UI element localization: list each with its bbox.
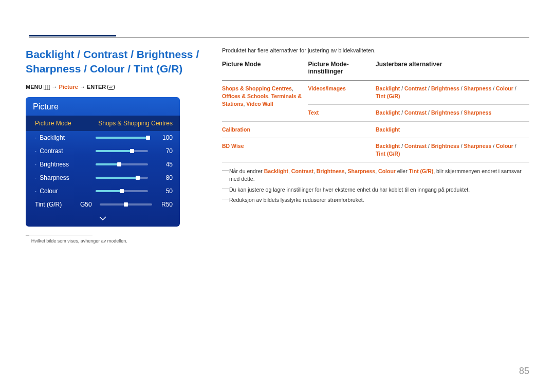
osd-row-colour[interactable]: Colour50: [26, 184, 180, 198]
cell-setting: Text: [308, 105, 376, 121]
slider-knob[interactable]: [120, 189, 124, 193]
cell-setting: Videos/Images: [308, 81, 376, 105]
options-table: Picture Mode Picture Mode-innstillinger …: [222, 61, 529, 162]
osd-panel: Picture Picture Mode Shops & Shopping Ce…: [26, 97, 180, 227]
note-item: Reduksjon av bildets lysstyrke reduserer…: [222, 196, 529, 204]
cell-adjustable: Backlight / Contrast / Brightness / Shar…: [376, 138, 529, 162]
breadcrumb-arrow-1: →: [52, 84, 58, 90]
osd-row-label: Contrast: [35, 147, 91, 155]
footnote-divider: [26, 235, 92, 235]
cell-adjustable: Backlight / Contrast / Brightness / Shar…: [376, 105, 529, 121]
slider[interactable]: [96, 150, 148, 153]
slider-fill: [96, 163, 119, 165]
cell-picture-mode: Shops & Shopping Centres, Offices & Scho…: [222, 81, 308, 122]
osd-row-value: 80: [152, 174, 173, 181]
slider-knob[interactable]: [136, 176, 140, 180]
page-title: Backlight / Contrast / Brightness / Shar…: [26, 47, 203, 77]
intro-text: Produktet har flere alternativer for jus…: [222, 47, 529, 53]
left-footnote: Hvilket bilde som vises, avhenger av mod…: [26, 238, 203, 244]
breadcrumb-arrow-2: →: [80, 84, 85, 90]
slider-fill: [96, 177, 138, 179]
th-settings: Picture Mode-innstillinger: [308, 61, 376, 81]
tint-r-value: R50: [156, 201, 173, 208]
table-row: Shops & Shopping Centres, Offices & Scho…: [222, 81, 529, 105]
osd-row-label: Picture Mode: [35, 120, 91, 127]
cell-adjustable: Backlight: [376, 121, 529, 138]
osd-row-sharpness[interactable]: Sharpness80: [26, 171, 180, 184]
osd-title: Picture: [26, 97, 180, 116]
section-divider: [29, 37, 529, 38]
slider[interactable]: [96, 163, 148, 166]
osd-row-value: 100: [152, 134, 173, 141]
notes-list: Når du endrer Backlight, Contrast, Brigh…: [222, 167, 529, 204]
menu-grid-icon: [44, 85, 50, 90]
breadcrumb: MENU → Picture → ENTER: [26, 84, 203, 90]
th-adjustable: Justerbare alternativer: [376, 61, 529, 81]
note-item: Når du endrer Backlight, Contrast, Brigh…: [222, 167, 529, 182]
osd-row-value: 45: [152, 161, 173, 168]
enter-icon: [107, 85, 115, 90]
slider-fill: [96, 137, 148, 139]
slider[interactable]: [96, 136, 148, 139]
cell-adjustable: Backlight / Contrast / Brightness / Shar…: [376, 81, 529, 105]
osd-row-tint[interactable]: Tint (G/R) G50 R50: [26, 198, 180, 213]
slider[interactable]: [96, 190, 148, 193]
osd-row-label: Brightness: [35, 161, 91, 168]
cell-setting: [308, 121, 376, 138]
tint-g-value: G50: [80, 201, 96, 208]
slider-knob[interactable]: [124, 202, 128, 207]
slider-fill: [96, 150, 132, 152]
slider-knob[interactable]: [117, 162, 121, 166]
svg-rect-0: [44, 85, 50, 90]
osd-row-label: Sharpness: [35, 174, 91, 181]
cell-picture-mode: BD Wise: [222, 138, 308, 162]
osd-row-value: Shops & Shopping Centres: [96, 120, 173, 127]
chevron-down-icon[interactable]: [26, 213, 180, 227]
osd-row-value: 70: [152, 147, 173, 155]
th-picture-mode: Picture Mode: [222, 61, 308, 81]
cell-setting: [308, 138, 376, 162]
osd-row-brightness[interactable]: Brightness45: [26, 158, 180, 171]
osd-row-picture-mode[interactable]: Picture Mode Shops & Shopping Centres: [26, 116, 180, 131]
slider-fill: [96, 190, 122, 192]
osd-row-label: Colour: [35, 188, 91, 195]
osd-row-backlight[interactable]: Backlight100: [26, 131, 180, 144]
slider[interactable]: [96, 176, 148, 179]
page-number: 85: [519, 366, 529, 377]
slider-knob[interactable]: [146, 136, 150, 140]
osd-row-label: Backlight: [35, 134, 91, 141]
slider-knob[interactable]: [130, 149, 134, 153]
osd-row-contrast[interactable]: Contrast70: [26, 144, 180, 158]
breadcrumb-picture: Picture: [59, 84, 78, 90]
osd-row-value: 50: [152, 188, 173, 195]
breadcrumb-menu: MENU: [26, 84, 42, 90]
cell-picture-mode: Calibration: [222, 121, 308, 138]
note-item: Du kan justere og lagre innstillinger fo…: [222, 186, 529, 194]
section-accent-bar: [29, 35, 116, 36]
osd-row-label: Tint (G/R): [35, 201, 76, 208]
breadcrumb-enter: ENTER: [87, 84, 106, 90]
tint-slider[interactable]: [100, 203, 152, 206]
